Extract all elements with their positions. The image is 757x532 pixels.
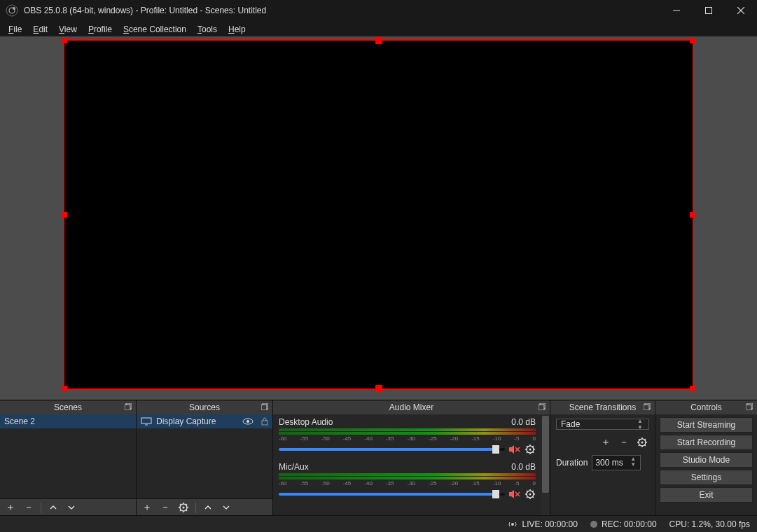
close-button[interactable]: [725, 0, 757, 21]
svg-point-45: [529, 493, 532, 496]
svg-rect-4: [706, 8, 712, 14]
menu-file[interactable]: File: [3, 23, 27, 36]
resize-handle-tm[interactable]: [375, 37, 382, 44]
popout-icon[interactable]: [537, 402, 547, 412]
resize-handle-br[interactable]: [690, 386, 695, 391]
window-title: OBS 25.0.8 (64-bit, windows) - Profile: …: [24, 6, 266, 15]
transition-select[interactable]: Fade ▲▼: [556, 419, 649, 430]
svg-line-23: [186, 510, 188, 511]
svg-rect-15: [262, 421, 268, 425]
source-item[interactable]: Display Capture: [137, 414, 272, 428]
svg-line-37: [527, 446, 528, 447]
audio-meter: -60-55-50-45-40-35-30-25-20-15-10-50: [279, 428, 536, 440]
svg-line-38: [533, 452, 534, 454]
sources-list[interactable]: Display Capture: [137, 414, 272, 498]
updown-icon: ▲▼: [637, 421, 646, 428]
svg-marker-28: [509, 445, 514, 454]
svg-line-25: [180, 510, 181, 511]
add-source-button[interactable]: ＋: [139, 500, 155, 514]
visibility-toggle-icon[interactable]: [242, 416, 254, 427]
volume-slider[interactable]: [279, 493, 505, 496]
svg-rect-8: [125, 405, 130, 410]
svg-line-50: [527, 491, 528, 492]
svg-line-52: [533, 491, 534, 492]
start-recording-button[interactable]: Start Recording: [660, 435, 753, 450]
svg-line-40: [527, 452, 528, 454]
svg-line-64: [645, 439, 646, 440]
menu-view[interactable]: View: [53, 23, 83, 36]
duration-label: Duration: [556, 458, 588, 468]
svg-rect-67: [746, 405, 751, 410]
resize-handle-tr[interactable]: [690, 38, 695, 43]
resize-handle-bl[interactable]: [62, 386, 67, 391]
svg-point-57: [641, 442, 644, 444]
status-live: LIVE: 00:00:00: [522, 519, 577, 529]
popout-icon[interactable]: [642, 402, 652, 412]
audio-mixer-panel: Audio Mixer Desktop Audio 0.0 dB -60-55-…: [273, 400, 550, 515]
svg-line-65: [639, 445, 640, 447]
popout-icon[interactable]: [744, 402, 754, 412]
minimize-button[interactable]: [660, 0, 693, 21]
audio-track-desktop: Desktop Audio 0.0 dB -60-55-50-45-40-35-…: [279, 417, 536, 455]
volume-slider[interactable]: [279, 448, 505, 451]
start-streaming-button[interactable]: Start Streaming: [660, 417, 753, 433]
move-source-down-button[interactable]: [218, 500, 234, 514]
transition-settings-button[interactable]: [635, 435, 649, 449]
controls-title: Controls: [690, 402, 722, 412]
menu-bar: File Edit View Profile Scene Collection …: [0, 21, 757, 36]
remove-transition-button[interactable]: －: [617, 435, 631, 449]
maximize-button[interactable]: [693, 0, 725, 21]
app-icon: [6, 4, 18, 17]
menu-edit[interactable]: Edit: [27, 23, 53, 36]
broadcast-icon: [508, 519, 518, 529]
resize-handle-bm[interactable]: [375, 385, 382, 392]
move-scene-up-button[interactable]: [46, 500, 61, 514]
move-scene-down-button[interactable]: [64, 500, 79, 514]
menu-tools[interactable]: Tools: [192, 23, 223, 36]
title-bar: OBS 25.0.8 (64-bit, windows) - Profile: …: [0, 0, 757, 21]
audio-track-level: 0.0 dB: [511, 462, 536, 472]
audio-settings-icon[interactable]: [525, 489, 536, 500]
svg-line-24: [186, 504, 188, 505]
svg-line-22: [180, 504, 181, 505]
studio-mode-button[interactable]: Studio Mode: [660, 452, 753, 468]
remove-source-button[interactable]: －: [158, 500, 173, 514]
mixer-scrollbar[interactable]: [541, 414, 550, 515]
move-source-up-button[interactable]: [200, 500, 216, 514]
svg-line-63: [645, 445, 646, 447]
popout-icon[interactable]: [260, 402, 270, 412]
scene-item[interactable]: Scene 2: [0, 414, 136, 428]
speaker-mute-icon[interactable]: [509, 444, 520, 455]
menu-scene-collection[interactable]: Scene Collection: [118, 23, 192, 36]
status-bar: LIVE: 00:00:00 REC: 00:00:00 CPU: 1.2%, …: [0, 515, 757, 532]
audio-settings-icon[interactable]: [525, 444, 536, 455]
resize-handle-mr[interactable]: [690, 212, 695, 218]
svg-line-62: [639, 439, 640, 440]
mixer-title: Audio Mixer: [389, 402, 433, 412]
svg-rect-11: [141, 418, 151, 424]
exit-button[interactable]: Exit: [660, 487, 753, 503]
popout-icon[interactable]: [123, 402, 133, 412]
svg-line-53: [527, 497, 528, 498]
settings-button[interactable]: Settings: [660, 470, 753, 485]
lock-toggle-icon[interactable]: [258, 416, 271, 427]
transitions-title: Scene Transitions: [569, 402, 636, 412]
speaker-mute-icon[interactable]: [509, 489, 520, 500]
scenes-panel: Scenes Scene 2 ＋ －: [0, 400, 137, 515]
resize-handle-ml[interactable]: [62, 212, 67, 218]
menu-help[interactable]: Help: [223, 23, 251, 36]
duration-spinner[interactable]: 300 ms ▲▼: [592, 455, 641, 470]
spinner-arrows-icon[interactable]: ▲▼: [630, 456, 639, 469]
remove-scene-button[interactable]: －: [21, 500, 36, 514]
preview-area[interactable]: [0, 36, 757, 400]
add-scene-button[interactable]: ＋: [3, 500, 18, 514]
add-transition-button[interactable]: ＋: [599, 435, 613, 449]
source-properties-button[interactable]: [176, 500, 191, 514]
audio-track-level: 0.0 dB: [511, 417, 536, 427]
scenes-list[interactable]: Scene 2: [0, 414, 136, 498]
preview-canvas[interactable]: [63, 39, 694, 390]
resize-handle-tl[interactable]: [62, 38, 67, 43]
svg-rect-55: [644, 405, 649, 410]
menu-profile[interactable]: Profile: [83, 23, 118, 36]
status-rec: REC: 00:00:00: [602, 519, 657, 529]
